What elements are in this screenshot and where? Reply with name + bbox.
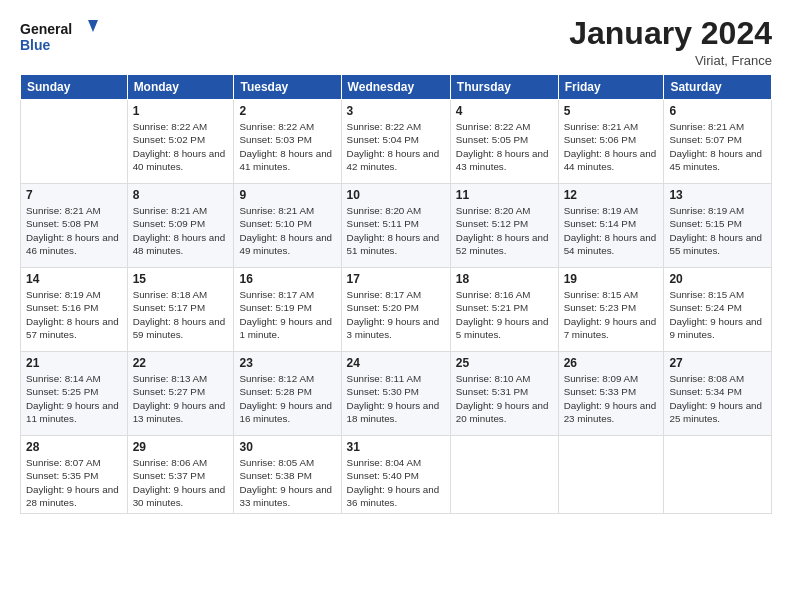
header-sunday: Sunday xyxy=(21,75,128,100)
title-area: January 2024 Viriat, France xyxy=(569,16,772,68)
header-monday: Monday xyxy=(127,75,234,100)
day-number: 25 xyxy=(456,356,553,370)
svg-text:Blue: Blue xyxy=(20,37,51,53)
table-row: 8 Sunrise: 8:21 AMSunset: 5:09 PMDayligh… xyxy=(127,184,234,268)
day-number: 19 xyxy=(564,272,659,286)
header-tuesday: Tuesday xyxy=(234,75,341,100)
day-info: Sunrise: 8:18 AMSunset: 5:17 PMDaylight:… xyxy=(133,288,229,341)
day-number: 8 xyxy=(133,188,229,202)
table-row: 23 Sunrise: 8:12 AMSunset: 5:28 PMDaylig… xyxy=(234,352,341,436)
table-row: 13 Sunrise: 8:19 AMSunset: 5:15 PMDaylig… xyxy=(664,184,772,268)
day-info: Sunrise: 8:22 AMSunset: 5:05 PMDaylight:… xyxy=(456,120,553,173)
day-info: Sunrise: 8:19 AMSunset: 5:14 PMDaylight:… xyxy=(564,204,659,257)
day-number: 20 xyxy=(669,272,766,286)
day-number: 21 xyxy=(26,356,122,370)
table-row: 21 Sunrise: 8:14 AMSunset: 5:25 PMDaylig… xyxy=(21,352,128,436)
table-row: 26 Sunrise: 8:09 AMSunset: 5:33 PMDaylig… xyxy=(558,352,664,436)
table-row: 19 Sunrise: 8:15 AMSunset: 5:23 PMDaylig… xyxy=(558,268,664,352)
header-friday: Friday xyxy=(558,75,664,100)
table-row: 31 Sunrise: 8:04 AMSunset: 5:40 PMDaylig… xyxy=(341,436,450,514)
day-info: Sunrise: 8:08 AMSunset: 5:34 PMDaylight:… xyxy=(669,372,766,425)
day-info: Sunrise: 8:17 AMSunset: 5:19 PMDaylight:… xyxy=(239,288,335,341)
day-number: 30 xyxy=(239,440,335,454)
table-row: 7 Sunrise: 8:21 AMSunset: 5:08 PMDayligh… xyxy=(21,184,128,268)
day-info: Sunrise: 8:09 AMSunset: 5:33 PMDaylight:… xyxy=(564,372,659,425)
table-row xyxy=(558,436,664,514)
table-row: 3 Sunrise: 8:22 AMSunset: 5:04 PMDayligh… xyxy=(341,100,450,184)
table-row xyxy=(664,436,772,514)
table-row: 5 Sunrise: 8:21 AMSunset: 5:06 PMDayligh… xyxy=(558,100,664,184)
day-number: 29 xyxy=(133,440,229,454)
table-row: 28 Sunrise: 8:07 AMSunset: 5:35 PMDaylig… xyxy=(21,436,128,514)
day-info: Sunrise: 8:22 AMSunset: 5:03 PMDaylight:… xyxy=(239,120,335,173)
header: General Blue January 2024 Viriat, France xyxy=(20,16,772,68)
table-row: 18 Sunrise: 8:16 AMSunset: 5:21 PMDaylig… xyxy=(450,268,558,352)
day-number: 13 xyxy=(669,188,766,202)
day-info: Sunrise: 8:15 AMSunset: 5:23 PMDaylight:… xyxy=(564,288,659,341)
day-number: 9 xyxy=(239,188,335,202)
day-number: 17 xyxy=(347,272,445,286)
day-number: 10 xyxy=(347,188,445,202)
day-info: Sunrise: 8:20 AMSunset: 5:12 PMDaylight:… xyxy=(456,204,553,257)
page: General Blue January 2024 Viriat, France… xyxy=(0,0,792,612)
logo: General Blue xyxy=(20,16,100,60)
day-info: Sunrise: 8:11 AMSunset: 5:30 PMDaylight:… xyxy=(347,372,445,425)
day-info: Sunrise: 8:05 AMSunset: 5:38 PMDaylight:… xyxy=(239,456,335,509)
day-number: 6 xyxy=(669,104,766,118)
day-number: 4 xyxy=(456,104,553,118)
day-info: Sunrise: 8:20 AMSunset: 5:11 PMDaylight:… xyxy=(347,204,445,257)
svg-marker-2 xyxy=(88,20,98,32)
day-number: 12 xyxy=(564,188,659,202)
day-info: Sunrise: 8:15 AMSunset: 5:24 PMDaylight:… xyxy=(669,288,766,341)
table-row: 27 Sunrise: 8:08 AMSunset: 5:34 PMDaylig… xyxy=(664,352,772,436)
header-wednesday: Wednesday xyxy=(341,75,450,100)
table-row: 29 Sunrise: 8:06 AMSunset: 5:37 PMDaylig… xyxy=(127,436,234,514)
svg-text:General: General xyxy=(20,21,72,37)
table-row: 2 Sunrise: 8:22 AMSunset: 5:03 PMDayligh… xyxy=(234,100,341,184)
day-number: 3 xyxy=(347,104,445,118)
day-info: Sunrise: 8:04 AMSunset: 5:40 PMDaylight:… xyxy=(347,456,445,509)
logo-svg: General Blue xyxy=(20,16,100,60)
table-row: 20 Sunrise: 8:15 AMSunset: 5:24 PMDaylig… xyxy=(664,268,772,352)
day-info: Sunrise: 8:06 AMSunset: 5:37 PMDaylight:… xyxy=(133,456,229,509)
day-info: Sunrise: 8:21 AMSunset: 5:09 PMDaylight:… xyxy=(133,204,229,257)
day-info: Sunrise: 8:21 AMSunset: 5:10 PMDaylight:… xyxy=(239,204,335,257)
day-number: 15 xyxy=(133,272,229,286)
day-info: Sunrise: 8:21 AMSunset: 5:08 PMDaylight:… xyxy=(26,204,122,257)
day-info: Sunrise: 8:07 AMSunset: 5:35 PMDaylight:… xyxy=(26,456,122,509)
table-row: 25 Sunrise: 8:10 AMSunset: 5:31 PMDaylig… xyxy=(450,352,558,436)
day-number: 31 xyxy=(347,440,445,454)
table-row: 4 Sunrise: 8:22 AMSunset: 5:05 PMDayligh… xyxy=(450,100,558,184)
day-number: 1 xyxy=(133,104,229,118)
table-row xyxy=(21,100,128,184)
table-row: 6 Sunrise: 8:21 AMSunset: 5:07 PMDayligh… xyxy=(664,100,772,184)
day-number: 24 xyxy=(347,356,445,370)
table-row: 30 Sunrise: 8:05 AMSunset: 5:38 PMDaylig… xyxy=(234,436,341,514)
day-number: 16 xyxy=(239,272,335,286)
calendar: Sunday Monday Tuesday Wednesday Thursday… xyxy=(20,74,772,514)
table-row: 14 Sunrise: 8:19 AMSunset: 5:16 PMDaylig… xyxy=(21,268,128,352)
table-row: 24 Sunrise: 8:11 AMSunset: 5:30 PMDaylig… xyxy=(341,352,450,436)
table-row: 1 Sunrise: 8:22 AMSunset: 5:02 PMDayligh… xyxy=(127,100,234,184)
day-number: 5 xyxy=(564,104,659,118)
table-row: 9 Sunrise: 8:21 AMSunset: 5:10 PMDayligh… xyxy=(234,184,341,268)
day-info: Sunrise: 8:16 AMSunset: 5:21 PMDaylight:… xyxy=(456,288,553,341)
table-row xyxy=(450,436,558,514)
header-thursday: Thursday xyxy=(450,75,558,100)
day-number: 2 xyxy=(239,104,335,118)
header-saturday: Saturday xyxy=(664,75,772,100)
day-number: 11 xyxy=(456,188,553,202)
table-row: 16 Sunrise: 8:17 AMSunset: 5:19 PMDaylig… xyxy=(234,268,341,352)
day-info: Sunrise: 8:17 AMSunset: 5:20 PMDaylight:… xyxy=(347,288,445,341)
day-number: 7 xyxy=(26,188,122,202)
table-row: 12 Sunrise: 8:19 AMSunset: 5:14 PMDaylig… xyxy=(558,184,664,268)
day-info: Sunrise: 8:19 AMSunset: 5:15 PMDaylight:… xyxy=(669,204,766,257)
table-row: 15 Sunrise: 8:18 AMSunset: 5:17 PMDaylig… xyxy=(127,268,234,352)
day-number: 28 xyxy=(26,440,122,454)
day-info: Sunrise: 8:22 AMSunset: 5:04 PMDaylight:… xyxy=(347,120,445,173)
table-row: 22 Sunrise: 8:13 AMSunset: 5:27 PMDaylig… xyxy=(127,352,234,436)
month-title: January 2024 xyxy=(569,16,772,51)
day-info: Sunrise: 8:21 AMSunset: 5:07 PMDaylight:… xyxy=(669,120,766,173)
weekday-header-row: Sunday Monday Tuesday Wednesday Thursday… xyxy=(21,75,772,100)
day-info: Sunrise: 8:22 AMSunset: 5:02 PMDaylight:… xyxy=(133,120,229,173)
